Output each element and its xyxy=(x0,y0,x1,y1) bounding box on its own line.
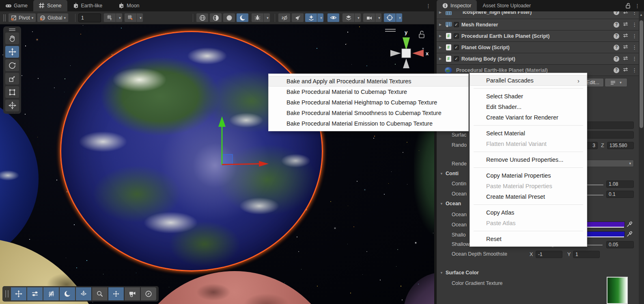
scene-viewport[interactable]: y x xyxy=(0,24,434,304)
rect-tool[interactable] xyxy=(5,86,19,98)
menu-item-create-material-preset[interactable]: Create Material Preset xyxy=(470,191,587,202)
sliders-overlay-button[interactable] xyxy=(27,287,43,300)
menu-item-create-variant[interactable]: Create Variant for Renderer xyxy=(470,112,587,123)
component-enabled-checkbox[interactable]: ✓ xyxy=(454,56,459,61)
foldout-icon[interactable]: ▶ xyxy=(439,46,445,49)
grid-snap-dropdown-icon[interactable]: ▾ xyxy=(137,13,143,22)
tools-drag-handle[interactable] xyxy=(5,28,19,31)
move-overlay-button[interactable] xyxy=(11,287,26,300)
menu-item-bake-emission[interactable]: Bake Procedural Material Emission to Cub… xyxy=(269,118,468,129)
axis-neg-x-cone[interactable] xyxy=(390,50,401,56)
toolbar-drag-handle[interactable] xyxy=(3,14,6,22)
compass-overlay-button[interactable] xyxy=(141,287,156,300)
planet-purple-corner[interactable] xyxy=(404,272,434,304)
global-mode-button[interactable]: Global ▾ xyxy=(37,13,69,22)
component-procedural-earth-like-planet[interactable]: ▶ # ✓ Procedural Earth Like Planet (Scri… xyxy=(437,30,639,42)
component-rotating-body[interactable]: ▶ # ✓ Rotating Body (Script) ? ⋮ xyxy=(437,53,639,65)
shading-solid-button[interactable] xyxy=(223,13,235,22)
layers-dropdown-icon[interactable]: ▾ xyxy=(355,13,361,22)
tab-moon[interactable]: Moon xyxy=(113,0,145,11)
grid-size-input[interactable] xyxy=(78,13,101,22)
grid-snap-button[interactable] xyxy=(124,13,137,22)
menu-item-bake-cubemap[interactable]: Bake Procedural Material to Cubemap Text… xyxy=(269,87,468,97)
grid-axis-button[interactable]: Y xyxy=(103,13,116,22)
presets-icon[interactable] xyxy=(623,67,628,73)
camera-overlay-button[interactable] xyxy=(125,287,140,300)
surface-color-header[interactable]: Surface Color xyxy=(446,270,479,276)
foldout-icon[interactable]: ▶ xyxy=(439,11,445,14)
foldout-open-icon[interactable]: ▼ xyxy=(440,271,443,275)
presets-icon[interactable] xyxy=(623,44,628,50)
help-icon[interactable]: ? xyxy=(614,33,619,39)
ocean1-value-field[interactable]: 0.1 xyxy=(606,191,634,198)
tab-scene[interactable]: Scene xyxy=(33,0,67,11)
scale-tool[interactable] xyxy=(5,72,19,85)
bottom-toolbar-drag-handle[interactable] xyxy=(5,290,9,297)
inspector-scrollbar-thumb[interactable] xyxy=(640,20,643,128)
help-icon[interactable]: ? xyxy=(614,67,619,73)
help-icon[interactable]: ? xyxy=(614,45,619,50)
layers-icon[interactable] xyxy=(342,13,355,22)
rotate-tool[interactable] xyxy=(5,59,19,72)
gizmos-dropdown-icon[interactable]: ▾ xyxy=(396,13,403,22)
unlock-icon[interactable] xyxy=(625,3,631,9)
2d-toggle-button[interactable]: 2 xyxy=(278,13,291,22)
inspector-menu-icon[interactable]: ⋮ xyxy=(635,3,640,9)
axis-y-cone[interactable] xyxy=(403,37,410,50)
menu-item-bake-smoothness[interactable]: Bake Procedural Material Smoothness to C… xyxy=(269,108,468,118)
component-mesh-filter[interactable]: ▶ Icosphere_high (Mesh Filter) ? ⋮ xyxy=(437,11,639,19)
axis-x-cone[interactable] xyxy=(412,50,424,57)
menu-item-select-material[interactable]: Select Material xyxy=(470,128,587,139)
component-enabled-checkbox[interactable]: ✓ xyxy=(454,45,459,50)
help-icon[interactable]: ? xyxy=(614,22,619,28)
foldout-open-icon[interactable]: ▼ xyxy=(440,202,443,206)
effects-dropdown-icon[interactable]: ▾ xyxy=(317,13,324,22)
material-list-dropdown-button[interactable]: ▾ xyxy=(605,78,627,87)
component-menu-icon[interactable]: ⋮ xyxy=(632,22,637,28)
audio-toggle-button[interactable] xyxy=(291,13,304,22)
menu-item-copy-atlas[interactable]: Copy Atlas xyxy=(470,207,587,218)
color-gradient-thumbnail[interactable] xyxy=(607,277,628,304)
debug-dropdown-icon[interactable]: ▾ xyxy=(264,13,270,22)
transform-tool[interactable] xyxy=(5,99,19,112)
help-icon[interactable]: ? xyxy=(614,56,619,62)
continents-header[interactable]: Conti xyxy=(446,171,459,176)
component-enabled-checkbox[interactable]: ✓ xyxy=(454,22,459,27)
moon-red[interactable] xyxy=(129,271,340,304)
grid-slash-overlay-button[interactable] xyxy=(43,287,59,300)
tab-inspector[interactable]: Inspector xyxy=(437,0,477,11)
presets-icon[interactable] xyxy=(623,22,628,28)
menu-item-copy-material-properties[interactable]: Copy Material Properties xyxy=(470,170,587,181)
component-planet-glow[interactable]: ▶ # ✓ Planet Glow (Script) ? ⋮ xyxy=(437,42,639,53)
axis-neg-y-cone[interactable] xyxy=(403,59,409,68)
effects-icon[interactable] xyxy=(305,13,317,22)
component-enabled-checkbox[interactable]: ✓ xyxy=(454,33,459,39)
component-menu-icon[interactable]: ⋮ xyxy=(632,11,637,15)
cluster-overlay-button[interactable] xyxy=(108,287,124,300)
tab-asset-store-uploader[interactable]: Asset Store Uploader xyxy=(477,0,536,11)
shading-lit-button[interactable] xyxy=(236,13,249,22)
menu-item-select-shader[interactable]: Select Shader xyxy=(470,91,587,102)
lit-sphere-overlay-button[interactable] xyxy=(60,287,75,300)
shading-wireframe-button[interactable] xyxy=(196,13,209,22)
menu-item-remove-unused-properties[interactable]: Remove Unused Properties... xyxy=(470,154,587,165)
inspector-scrollbar[interactable]: ▲ xyxy=(639,11,644,304)
presets-icon[interactable] xyxy=(623,56,628,62)
earth-like-planet-selected[interactable] xyxy=(60,31,323,271)
ocean-header[interactable]: Ocean xyxy=(446,201,461,206)
help-icon[interactable]: ? xyxy=(614,11,619,15)
camera-view-icon[interactable] xyxy=(363,13,375,22)
pivot-mode-button[interactable]: Pivot ▾ xyxy=(8,13,36,22)
menu-item-edit-shader[interactable]: Edit Shader... xyxy=(470,102,587,112)
scene-tabbar-menu-icon[interactable]: ⋮ xyxy=(422,0,434,11)
foldout-icon[interactable]: ▶ xyxy=(439,23,445,26)
component-mesh-renderer[interactable]: ▶ ✓ Mesh Renderer ? ⋮ xyxy=(437,19,639,30)
search-overlay-button[interactable] xyxy=(92,287,108,300)
component-menu-icon[interactable]: ⋮ xyxy=(632,44,637,50)
orientation-gizmo[interactable]: y x xyxy=(383,25,434,70)
continent-value-field[interactable]: 1.08 xyxy=(606,180,634,188)
menu-item-bake-heightmap[interactable]: Bake Procedural Material Heightmap to Cu… xyxy=(269,97,468,108)
component-menu-icon[interactable]: ⋮ xyxy=(632,33,637,39)
smoothstep-x-field[interactable]: -1 xyxy=(536,251,562,258)
shallows-width-field[interactable]: 0.05 xyxy=(606,241,634,248)
